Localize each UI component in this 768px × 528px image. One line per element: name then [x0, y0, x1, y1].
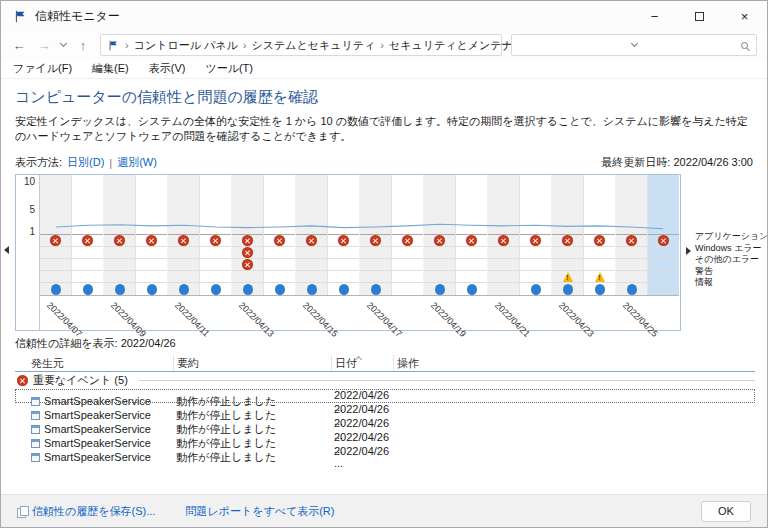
- menu-item[interactable]: ファイル(F): [13, 61, 72, 76]
- event-cell: [200, 271, 231, 283]
- event-cell: [72, 235, 103, 247]
- reliability-monitor-window: 信頼性モニター − × ← → ↑ ›コントロール パネル›システムとセキュリテ…: [0, 0, 768, 528]
- critical-event-icon: [370, 235, 381, 246]
- critical-event-icon: [178, 235, 189, 246]
- window-controls: − ×: [632, 1, 767, 31]
- chart-legend-area: アプリケーション エラーWindows エラーその他のエラー警告情報: [681, 174, 768, 331]
- column-header[interactable]: 日付: [331, 355, 393, 371]
- chart-scroll-left-icon[interactable]: [4, 246, 9, 254]
- summary-cell: 動作が停止しました: [173, 422, 331, 437]
- search-input[interactable]: [520, 39, 741, 51]
- event-cell: [328, 247, 359, 259]
- y-axis-tick: 1: [29, 226, 35, 237]
- maximize-button[interactable]: [677, 1, 722, 31]
- critical-events-group-row[interactable]: 重要なイベント (5): [15, 372, 755, 389]
- breadcrumb-item[interactable]: コントロール パネル: [134, 38, 238, 53]
- legend-list: アプリケーション エラーWindows エラーその他のエラー警告情報: [695, 231, 768, 289]
- group-divider: [139, 380, 755, 381]
- close-button[interactable]: ×: [722, 1, 767, 31]
- up-button[interactable]: ↑: [75, 38, 91, 53]
- warning-event-icon: [595, 272, 605, 282]
- information-event-icon: [595, 284, 605, 295]
- information-event-icon: [467, 284, 477, 295]
- history-dropdown-icon[interactable]: [60, 40, 67, 47]
- event-cell: [456, 247, 487, 259]
- event-cell: [136, 259, 167, 271]
- critical-event-icon: [594, 235, 605, 246]
- event-cell: [104, 235, 135, 247]
- event-cell: [72, 259, 103, 271]
- legend-item: Windows エラー: [695, 243, 768, 255]
- event-cell: [424, 235, 455, 247]
- x-axis-tick-label: 2022/04/11: [173, 300, 211, 338]
- event-cell: [616, 259, 647, 271]
- critical-event-icon: [498, 235, 509, 246]
- legend-item: 情報: [695, 277, 768, 289]
- breadcrumb-separator: ›: [124, 39, 130, 51]
- menu-item[interactable]: 編集(E): [92, 61, 129, 76]
- source-name: SmartSpeakerService: [44, 451, 151, 463]
- event-cell: [232, 271, 263, 283]
- window-title: 信頼性モニター: [35, 8, 120, 25]
- breadcrumb-separator: ›: [242, 39, 248, 51]
- event-cell: [392, 271, 423, 283]
- event-cell: [168, 283, 199, 295]
- table-row[interactable]: SmartSpeakerService動作が停止しました2022/04/26 .…: [15, 389, 755, 403]
- event-cell: [488, 247, 519, 259]
- breadcrumb-item[interactable]: システムとセキュリティ: [251, 38, 375, 53]
- event-cell: [264, 271, 295, 283]
- event-cell: [360, 271, 391, 283]
- event-cell: [648, 283, 679, 295]
- information-event-icon: [147, 284, 157, 295]
- event-cell: [40, 283, 71, 295]
- event-cell: [456, 235, 487, 247]
- event-cell: [232, 247, 263, 259]
- information-event-icon: [83, 284, 93, 295]
- footer-bar: 信頼性の履歴を保存(S)... 問題レポートをすべて表示(R) OK: [1, 494, 767, 527]
- view-daily-link[interactable]: 日別(D): [67, 155, 104, 170]
- event-cell: [360, 247, 391, 259]
- application-icon: [31, 397, 40, 406]
- event-cell: [40, 259, 71, 271]
- back-button[interactable]: ←: [11, 38, 27, 53]
- chart-scroll-right-icon[interactable]: [686, 247, 691, 255]
- x-axis-tick-label: 2022/04/21: [493, 300, 532, 339]
- event-cell: [456, 259, 487, 271]
- critical-event-icon: [274, 235, 285, 246]
- event-cell: [424, 259, 455, 271]
- event-cell: [200, 247, 231, 259]
- information-event-icon: [563, 284, 573, 295]
- information-event-icon: [531, 284, 541, 295]
- information-event-icon: [211, 284, 221, 295]
- critical-event-icon: [242, 235, 253, 246]
- minimize-button[interactable]: −: [632, 1, 677, 31]
- view-all-reports-link[interactable]: 問題レポートをすべて表示(R): [185, 504, 334, 519]
- event-cell: [232, 283, 263, 295]
- column-header[interactable]: 操作: [393, 355, 755, 371]
- ok-button[interactable]: OK: [701, 501, 751, 522]
- column-header[interactable]: 要約: [173, 355, 331, 371]
- event-cell: [296, 247, 327, 259]
- column-header[interactable]: 発生元: [15, 355, 173, 371]
- menu-item[interactable]: 表示(V): [149, 61, 186, 76]
- event-cell: [136, 271, 167, 283]
- source-cell: SmartSpeakerService: [15, 423, 173, 435]
- y-axis: 1051: [16, 175, 39, 330]
- forward-button[interactable]: →: [36, 38, 52, 53]
- save-history-link[interactable]: 信頼性の履歴を保存(S)...: [17, 504, 155, 519]
- event-cell: [168, 235, 199, 247]
- critical-event-icon: [466, 235, 477, 246]
- maximize-icon: [695, 12, 704, 21]
- application-icon: [31, 411, 40, 420]
- view-weekly-link[interactable]: 週別(W): [117, 155, 157, 170]
- information-event-icon: [115, 284, 125, 295]
- x-axis-tick-label: 2022/04/07: [45, 300, 84, 339]
- last-updated-label: 最終更新日時: 2022/04/26 3:00: [601, 155, 753, 170]
- main-content: コンピューターの信頼性と問題の履歴を確認 安定性インデックスは、システムの全体的…: [1, 88, 767, 459]
- menu-item[interactable]: ツール(T): [205, 61, 253, 76]
- event-cell: [584, 235, 615, 247]
- event-cell: [200, 259, 231, 271]
- reliability-details-table: 発生元要約日付操作 重要なイベント (5) SmartSpeakerServic…: [15, 355, 755, 459]
- address-bar[interactable]: ›コントロール パネル›システムとセキュリティ›セキュリティとメンテナンス›信頼…: [100, 34, 502, 56]
- event-cell: [584, 259, 615, 271]
